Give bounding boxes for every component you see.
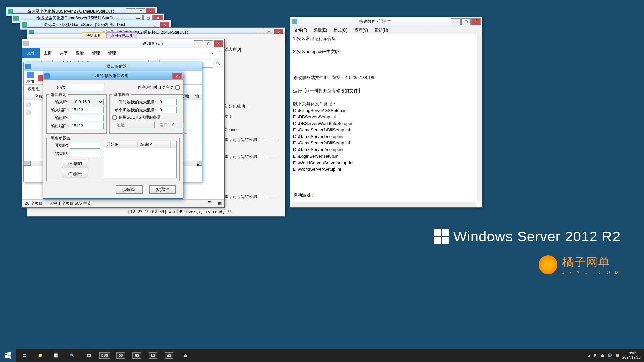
start-ip-label: 开始IP: <box>49 143 68 148</box>
taskbar-clock[interactable]: 19:022024/12/23 <box>622 351 641 360</box>
name-label: 名称: <box>46 85 65 90</box>
view-icons-icon[interactable]: ▦ <box>218 201 222 206</box>
watermark-logo: 橘子网单J Z Y U . C O M <box>539 255 621 275</box>
output-port-label: 输出端口: <box>49 123 68 129</box>
file-menu[interactable]: 文件 <box>22 48 40 58</box>
close-button[interactable]: ✕ <box>214 40 223 47</box>
task-dbs[interactable]: DBS <box>97 349 113 362</box>
maximize-button[interactable]: ▢ <box>461 18 471 25</box>
proxy-port-input[interactable] <box>171 122 184 128</box>
output-port-input[interactable] <box>70 123 104 129</box>
start-button[interactable] <box>0 349 16 362</box>
task-explorer[interactable]: 📁 <box>32 349 48 362</box>
ribbon-tab-manage2[interactable]: 管理 <box>104 48 120 58</box>
dialog-icon <box>44 73 50 79</box>
input-port-label: 输入端口: <box>49 107 68 113</box>
status-selected: 选中 1 个项目 505 字节 <box>49 201 91 206</box>
vscrollbar[interactable] <box>477 34 482 201</box>
notepad-menu-item[interactable]: 格式(O) <box>330 26 351 34</box>
task-gs[interactable]: GS <box>129 349 145 362</box>
notepad-menu-item[interactable]: 帮助(H) <box>371 26 392 34</box>
output-ip-input[interactable] <box>70 115 104 121</box>
max-conn-label: 同时连接的最大数目: <box>112 99 156 105</box>
task-notepad[interactable]: 📝 <box>48 349 64 362</box>
task-server-manager[interactable]: 🗔 <box>16 349 32 362</box>
search-icon[interactable]: 🔍 <box>214 60 222 68</box>
ok-button[interactable]: (O)确定 <box>116 185 143 194</box>
tray-sound-icon[interactable]: 🔊 <box>607 353 612 358</box>
windows-logo-icon <box>5 352 11 359</box>
notepad-menu-item[interactable]: 编辑(E) <box>310 26 330 34</box>
dialog-close-button[interactable]: ✕ <box>172 73 182 79</box>
orange-icon <box>539 255 557 274</box>
ribbon-tab-share[interactable]: 共享 <box>56 48 72 58</box>
notepad-title: 搭建教程 - 记事本 <box>299 19 451 24</box>
side-text: 线人数[0] 初始化成功！ 功！ Connect 常，耐心等待检测！！ ——— … <box>225 44 278 202</box>
name-input[interactable] <box>67 84 104 91</box>
proxy-addr-input[interactable] <box>128 122 155 128</box>
basic-group-legend: 基本设置 <box>112 92 131 98</box>
toolbar-add[interactable]: 增加 <box>26 72 34 84</box>
drive-icon <box>23 41 29 46</box>
input-ip-select[interactable]: 10.0.16.3 <box>70 99 104 105</box>
ribbon-tab-view[interactable]: 查看 <box>72 48 88 58</box>
ribbon-tab-home[interactable]: 主页 <box>40 48 56 58</box>
help-icon[interactable]: ? <box>217 48 224 58</box>
blacklist-legend: 黑名单设置 <box>49 135 72 141</box>
output-ip-label: 输出IP: <box>49 115 68 121</box>
socks5-label: 使用SOCKS代理服务器 <box>119 115 161 120</box>
tray-flag-icon[interactable]: ⚑ <box>594 353 597 358</box>
port-mapping-dialog: 增加/修改端口映射 ✕ 名称: 程序运行时自动启动 端口设定 输入IP:10.0… <box>43 72 183 199</box>
ribbon-tab-manage[interactable]: 管理 <box>88 48 104 58</box>
hscroll-right[interactable]: ▸ <box>197 161 202 166</box>
blacklist-del-button[interactable]: (D)删除 <box>62 170 89 178</box>
max-conn-input[interactable] <box>158 99 177 105</box>
notepad-menu-item[interactable]: 文件(F) <box>290 26 310 34</box>
notepad-menu-item[interactable]: 查看(V) <box>351 26 371 34</box>
cancel-button[interactable]: (C)取消 <box>149 185 176 194</box>
notepad-text[interactable]: 1.安装常用运行库合集 2.安装notepad++中文版 修改服务端文件IP：替… <box>290 34 482 207</box>
task-window[interactable]: 🗔 <box>80 349 97 362</box>
view-details-icon[interactable]: ☰ <box>208 201 211 206</box>
task-net[interactable]: 🖧 <box>177 349 193 362</box>
tab-mapping-group[interactable]: 映射组 <box>24 85 43 93</box>
max-ip-conn-input[interactable] <box>158 107 177 113</box>
start-ip-input[interactable] <box>70 142 100 149</box>
task-ws[interactable]: WS <box>161 349 177 362</box>
windows-logo-icon <box>434 229 449 244</box>
app-icon <box>13 16 19 21</box>
hscrollbar[interactable] <box>290 202 477 207</box>
tray-net-icon[interactable]: 🖧 <box>600 353 604 357</box>
port-group-legend: 端口设定 <box>49 92 68 98</box>
os-brand: Windows Server 2012 R2 <box>434 229 621 245</box>
notepad-window: 搭建教程 - 记事本 — ▢ ✕ 文件(F)编辑(E)格式(O)查看(V)帮助(… <box>290 17 482 208</box>
tray-ime-icon[interactable]: ▦ <box>615 353 619 358</box>
tray-up-icon[interactable]: ▴ <box>588 353 590 358</box>
minimize-button[interactable]: — <box>451 18 461 25</box>
status-item-count: 20 个项目 <box>25 201 43 206</box>
maximize-button[interactable]: ▢ <box>204 40 213 47</box>
tooltab-app[interactable]: 应用程序工具 <box>106 32 137 38</box>
end-ip-input[interactable] <box>70 150 100 157</box>
notepad-icon <box>292 19 297 24</box>
autostart-checkbox[interactable] <box>175 85 180 90</box>
hscroll-thumb[interactable] <box>24 161 31 166</box>
task-gs[interactable]: GS <box>113 349 129 362</box>
proxy-port-label: 端口: <box>157 122 169 128</box>
portmapper-icon <box>25 64 31 69</box>
minimize-button[interactable]: — <box>194 40 203 47</box>
system-tray[interactable]: ▴ ⚑ 🖧 🔊 ▦ 19:022024/12/23 <box>585 351 644 360</box>
task-search[interactable]: 🔍 <box>64 349 80 362</box>
socks5-checkbox[interactable] <box>112 115 117 120</box>
input-port-input[interactable] <box>70 107 104 113</box>
tooltab-shortcut[interactable]: 快捷工具 <box>82 32 105 38</box>
end-ip-label: 结束IP: <box>49 151 68 157</box>
close-button[interactable]: ✕ <box>471 18 481 25</box>
worldserver-log: [12-23 19:02:03] WorldServer[7] is ready… <box>128 209 232 214</box>
max-ip-conn-label: 单个IP连接的最大数目: <box>112 107 156 113</box>
bg-window-title: 命运星尘优化版GameServer[15852]-StarDust <box>29 22 140 28</box>
task-ls[interactable]: LS <box>145 349 161 362</box>
expand-ribbon-icon[interactable]: ⌄ <box>208 48 217 58</box>
proxy-addr-label: 地址: <box>112 122 126 128</box>
blacklist-add-button[interactable]: (A)增加 <box>62 160 88 168</box>
